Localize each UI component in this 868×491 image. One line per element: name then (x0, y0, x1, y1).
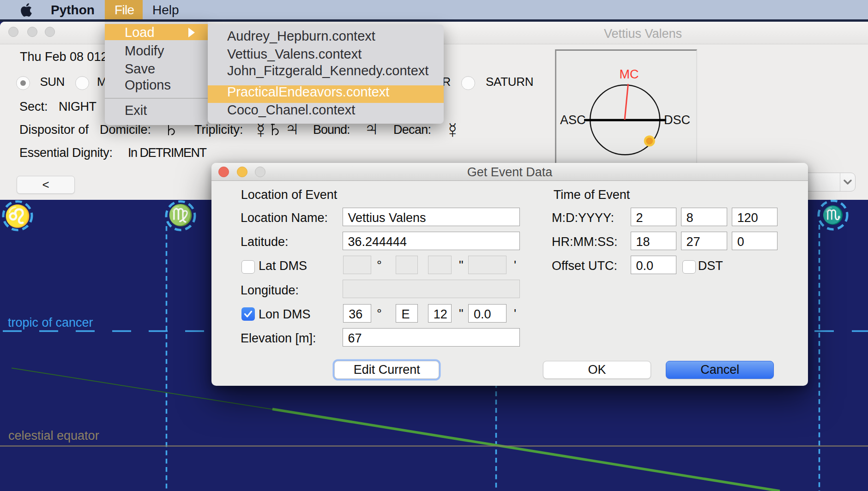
svg-text:♏: ♏ (822, 204, 844, 226)
svg-text:♍: ♍ (168, 203, 193, 227)
svg-text:ASC: ASC (560, 113, 586, 127)
svg-text:♌: ♌ (4, 204, 31, 229)
svg-text:DSC: DSC (664, 113, 690, 127)
svg-text:MC: MC (620, 67, 639, 81)
